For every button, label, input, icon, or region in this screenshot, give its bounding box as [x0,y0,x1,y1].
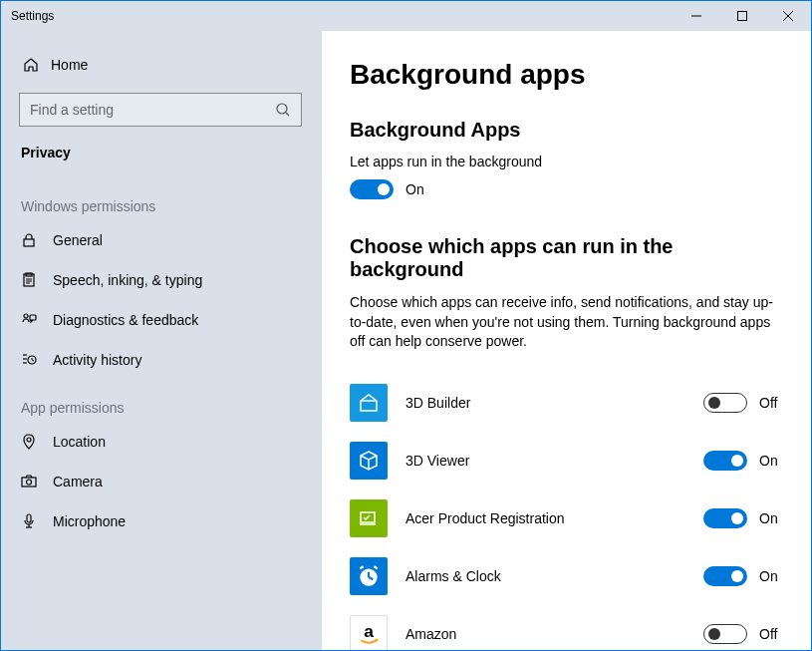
history-icon [21,352,53,368]
page-title: Background apps [350,59,789,91]
app-row-acer: Acer Product Registration On [350,489,789,547]
svg-line-5 [286,113,289,116]
nav-activity[interactable]: Activity history [1,340,322,380]
app-icon-alarms [350,557,388,595]
svg-point-12 [24,314,28,318]
section-choose-apps-title: Choose which apps can run in the backgro… [350,235,789,281]
nav-label: Location [53,434,106,450]
svg-rect-13 [30,315,36,320]
svg-line-19 [32,360,34,361]
nav-label: General [53,232,103,248]
close-button[interactable] [765,1,811,31]
app-icon-3d-builder [350,384,388,422]
app-name: Alarms & Clock [406,568,703,584]
window-controls [674,1,811,31]
maximize-button[interactable] [719,1,765,31]
nav-camera[interactable]: Camera [1,462,322,501]
svg-point-20 [27,438,31,442]
svg-rect-6 [24,239,34,246]
svg-point-4 [277,104,287,114]
section-choose-apps-body: Choose which apps can receive info, send… [350,293,789,352]
titlebar: Settings [1,1,811,31]
nav-label: Microphone [53,513,126,529]
app-toggle-alarms[interactable] [703,566,747,586]
master-toggle-label: Let apps run in the background [350,154,789,169]
app-icon-3d-viewer [350,442,388,480]
nav-general[interactable]: General [1,220,322,260]
svg-rect-23 [27,514,31,522]
nav-label: Camera [53,474,103,489]
nav-location[interactable]: Location [1,422,322,462]
master-toggle[interactable] [350,179,394,199]
svg-text:a: a [364,621,374,641]
nav-label: Speech, inking, & typing [53,272,202,288]
search-input[interactable] [30,102,275,118]
svg-point-22 [27,480,32,485]
app-row-alarms: Alarms & Clock On [350,547,789,605]
app-toggle-state: Off [759,395,789,411]
home-nav[interactable]: Home [1,47,322,83]
master-toggle-state: On [406,181,424,197]
app-name: 3D Viewer [406,453,703,469]
nav-label: Activity history [53,352,141,368]
lock-icon [21,232,53,248]
app-toggle-amazon[interactable] [703,624,747,644]
app-toggle-state: Off [759,626,789,642]
search-icon [275,102,291,118]
sidebar: Home Privacy Windows permissions General… [1,31,322,650]
app-name: 3D Builder [406,395,703,411]
svg-line-33 [360,566,363,568]
app-icon-amazon: a [350,615,388,650]
app-toggle-3d-builder[interactable] [703,393,747,413]
main-content: Background apps Background Apps Let apps… [322,31,811,650]
app-name: Acer Product Registration [406,510,703,526]
microphone-icon [21,513,53,529]
location-icon [21,434,53,450]
nav-diagnostics[interactable]: Diagnostics & feedback [1,300,322,340]
window-title: Settings [1,9,674,23]
nav-speech[interactable]: Speech, inking, & typing [1,260,322,300]
app-row-3d-viewer: 3D Viewer On [350,432,789,489]
app-icon-acer [350,499,388,537]
app-toggle-state: On [759,568,789,584]
category-header: Privacy [1,135,322,178]
svg-rect-1 [738,12,747,21]
svg-line-34 [374,566,377,568]
home-icon [23,57,51,73]
nav-label: Diagnostics & feedback [53,312,198,328]
section-background-apps-title: Background Apps [350,119,789,142]
clipboard-icon [21,272,53,288]
group-label-windows-permissions: Windows permissions [1,178,322,220]
app-toggle-state: On [759,453,789,469]
feedback-icon [21,312,53,328]
app-name: Amazon [406,626,703,642]
nav-microphone[interactable]: Microphone [1,501,322,541]
app-toggle-acer[interactable] [703,508,747,528]
home-label: Home [51,57,88,73]
camera-icon [21,474,53,489]
app-toggle-state: On [759,510,789,526]
group-label-app-permissions: App permissions [1,380,322,422]
app-toggle-3d-viewer[interactable] [703,451,747,471]
app-row-3d-builder: 3D Builder Off [350,374,789,432]
minimize-button[interactable] [674,1,719,31]
search-box[interactable] [19,93,302,127]
app-row-amazon: a Amazon Off [350,605,789,650]
svg-rect-21 [22,478,36,487]
